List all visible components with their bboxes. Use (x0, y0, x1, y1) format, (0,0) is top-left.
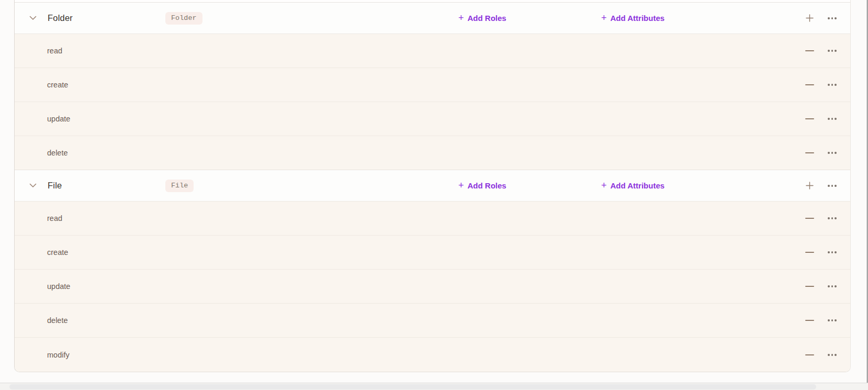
remove-action-button[interactable] (805, 50, 814, 51)
resource-header-file: File File + Add Roles + Add Attributes (15, 170, 850, 202)
remove-action-button[interactable] (805, 252, 814, 253)
chevron-down-icon[interactable] (29, 183, 37, 188)
resource-title: File (48, 181, 62, 191)
resource-title: Folder (48, 13, 73, 23)
add-attributes-label: Add Attributes (611, 14, 665, 23)
more-options-icon[interactable] (828, 251, 837, 253)
action-label: create (47, 81, 68, 89)
action-row: create (15, 236, 850, 270)
action-label: modify (47, 351, 70, 359)
remove-action-button[interactable] (805, 118, 814, 119)
plus-icon: + (601, 13, 607, 23)
add-attributes-button[interactable]: + Add Attributes (601, 170, 664, 201)
action-row: update (15, 102, 850, 136)
add-roles-label: Add Roles (468, 14, 506, 23)
action-label: create (47, 248, 68, 257)
add-roles-button[interactable]: + Add Roles (458, 3, 506, 34)
more-options-icon[interactable] (828, 319, 837, 321)
action-row: update (15, 270, 850, 304)
action-row: delete (15, 304, 850, 338)
more-options-icon[interactable] (828, 152, 837, 154)
add-action-button[interactable] (805, 182, 814, 190)
action-label: update (47, 282, 70, 291)
add-roles-label: Add Roles (468, 181, 506, 190)
more-options-icon[interactable] (828, 118, 837, 120)
add-attributes-button[interactable]: + Add Attributes (601, 3, 664, 34)
horizontal-scrollbar-thumb[interactable] (9, 384, 816, 389)
remove-action-button[interactable] (805, 152, 814, 153)
plus-icon: + (601, 181, 607, 190)
action-label: read (47, 47, 62, 55)
more-options-icon[interactable] (828, 50, 837, 52)
resource-key-badge: File (165, 179, 194, 192)
remove-action-button[interactable] (805, 84, 814, 85)
resource-permissions-panel: Folder Folder + Add Roles + Add Attribut… (14, 0, 851, 372)
chevron-down-icon[interactable] (29, 16, 37, 20)
resource-header-folder: Folder Folder + Add Roles + Add Attribut… (15, 3, 850, 34)
resource-key-badge: Folder (165, 12, 202, 24)
more-options-icon[interactable] (828, 285, 837, 287)
more-options-icon[interactable] (828, 17, 837, 19)
remove-action-button[interactable] (805, 354, 814, 355)
remove-action-button[interactable] (805, 286, 814, 287)
more-options-icon[interactable] (828, 84, 837, 86)
plus-icon: + (458, 13, 464, 23)
remove-action-button[interactable] (805, 320, 814, 321)
more-options-icon[interactable] (828, 217, 837, 219)
add-attributes-label: Add Attributes (611, 181, 665, 190)
plus-icon: + (458, 181, 464, 190)
horizontal-scrollbar-track (0, 383, 868, 390)
action-row: read (15, 34, 850, 68)
action-label: read (47, 214, 62, 222)
action-label: delete (47, 316, 68, 325)
action-row: create (15, 68, 850, 102)
action-row: delete (15, 136, 850, 170)
add-action-button[interactable] (805, 14, 814, 22)
action-row: read (15, 202, 850, 236)
remove-action-button[interactable] (805, 218, 814, 219)
add-roles-button[interactable]: + Add Roles (458, 170, 506, 201)
more-options-icon[interactable] (828, 354, 837, 356)
action-label: delete (47, 149, 68, 157)
more-options-icon[interactable] (828, 185, 837, 187)
action-row: modify (15, 338, 850, 372)
action-label: update (47, 115, 70, 123)
